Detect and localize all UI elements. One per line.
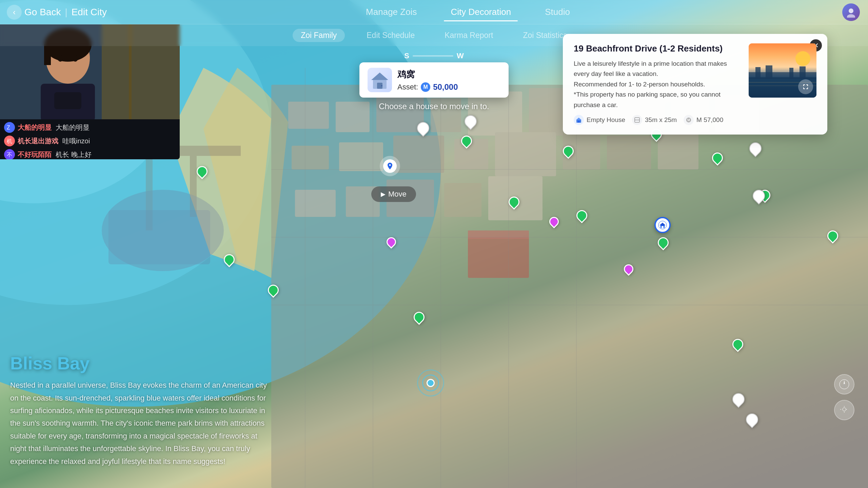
house-marker-icon xyxy=(658,221,667,229)
map-pin-11[interactable] xyxy=(414,312,425,323)
svg-marker-67 xyxy=(576,118,581,120)
white-pin-icon xyxy=(750,187,768,205)
svg-marker-90 xyxy=(844,384,845,388)
sub-tab-edit-schedule[interactable]: Edit Schedule xyxy=(358,29,423,42)
map-marker-icon xyxy=(386,162,394,170)
move-button[interactable]: ▶ Move xyxy=(371,186,416,202)
top-nav: ‹ Go Back | Edit City Manage Zois City D… xyxy=(0,0,868,24)
property-title: 19 Beachfront Drive (1-2 Residents) xyxy=(574,43,741,54)
svg-point-75 xyxy=(795,51,810,66)
go-back-button[interactable]: ‹ Go Back xyxy=(7,5,61,20)
nav-left: ‹ Go Back | Edit City xyxy=(0,5,108,20)
property-details: 19 Beachfront Drive (1-2 Residents) Live… xyxy=(574,43,741,125)
green-pin-icon xyxy=(506,194,521,209)
map-pin-pink-2[interactable] xyxy=(624,264,633,274)
stat-price-label: M 57,000 xyxy=(696,116,723,124)
map-pin-white-5[interactable] xyxy=(732,393,745,405)
map-pin-1[interactable] xyxy=(563,146,574,157)
svg-point-42 xyxy=(849,8,853,13)
tab-manage-zois[interactable]: Manage Zois xyxy=(359,4,423,20)
nav-right xyxy=(827,3,868,21)
white-pin-icon xyxy=(730,391,747,408)
sub-tab-zoi-family[interactable]: Zoi Family xyxy=(293,29,345,42)
compass-button[interactable] xyxy=(834,374,854,394)
map-pin-5[interactable] xyxy=(576,210,587,221)
green-pin-icon xyxy=(194,164,210,179)
map-pin-white-3[interactable] xyxy=(753,190,765,202)
map-pin-4[interactable] xyxy=(509,197,519,207)
location-center-dot xyxy=(427,379,435,387)
svg-rect-49 xyxy=(44,45,51,65)
chat-message-2: 机 机长退出游戏 哇哦inzoi xyxy=(4,136,176,146)
property-image xyxy=(749,43,816,98)
svg-rect-87 xyxy=(662,226,664,228)
svg-text:不: 不 xyxy=(7,152,12,158)
house-pin-selected[interactable] xyxy=(654,217,672,235)
location-icon xyxy=(839,405,850,415)
svg-rect-25 xyxy=(444,183,481,217)
green-pin-icon xyxy=(825,228,840,243)
svg-point-63 xyxy=(381,85,382,86)
user-avatar[interactable] xyxy=(842,3,860,21)
stat-empty-house: Empty House xyxy=(574,115,625,125)
green-pin-icon xyxy=(655,235,671,250)
svg-rect-27 xyxy=(468,237,529,278)
character-popup: S W 鸡窝 Asset: M 50,000 Choose a house to… xyxy=(359,52,509,111)
chat-message-3: 不 不好玩陌陌 机长 晚上好 xyxy=(4,149,176,159)
svg-rect-78 xyxy=(766,65,772,79)
tab-city-decoration[interactable]: City Decoration xyxy=(444,4,518,20)
map-controls xyxy=(834,374,854,420)
pin-outer-ring xyxy=(380,156,400,176)
tab-studio[interactable]: Studio xyxy=(538,4,577,20)
map-pin-8[interactable] xyxy=(197,166,208,177)
map-pin-white-6[interactable] xyxy=(746,413,758,426)
choose-text: Choose a house to move in to. xyxy=(379,102,489,111)
s-label: S xyxy=(404,52,409,60)
property-stats: Empty House 35m x 25m M M 57,000 xyxy=(574,115,741,125)
price-icon: M xyxy=(684,115,694,125)
chat-avatar-3: 不 xyxy=(4,149,15,159)
character-name: 鸡窝 xyxy=(397,68,500,80)
current-location-marker xyxy=(417,369,444,396)
svg-point-51 xyxy=(73,55,78,62)
green-pin-icon xyxy=(730,337,745,352)
map-pin-pink-1[interactable] xyxy=(549,217,559,226)
svg-text:M: M xyxy=(687,118,690,122)
expand-icon[interactable] xyxy=(798,79,813,94)
back-arrow-icon: ‹ xyxy=(7,5,22,20)
map-pin-6[interactable] xyxy=(658,237,669,248)
nav-divider: | xyxy=(65,7,67,18)
svg-rect-20 xyxy=(607,136,651,169)
svg-marker-89 xyxy=(844,380,845,384)
empty-house-icon xyxy=(574,115,584,125)
map-pin-12[interactable] xyxy=(732,339,743,350)
map-pin-white-4[interactable] xyxy=(465,115,477,127)
chat-text-3: 机长 晚上好 xyxy=(56,150,92,159)
map-pin-10[interactable] xyxy=(268,285,279,296)
location-button[interactable] xyxy=(834,400,854,420)
asset-amount: 50,000 xyxy=(433,82,458,92)
character-asset: Asset: M 50,000 xyxy=(397,82,500,92)
map-pin-white-1[interactable] xyxy=(417,122,429,134)
map-pin-pink-3[interactable] xyxy=(387,237,396,247)
svg-rect-68 xyxy=(578,121,580,123)
svg-point-43 xyxy=(847,14,855,18)
compass-icon xyxy=(839,379,850,390)
property-card: ✕ 19 Beachfront Drive (1-2 Residents) Li… xyxy=(563,34,827,135)
location-pin-selected xyxy=(380,156,400,176)
svg-rect-28 xyxy=(468,230,529,239)
svg-rect-53 xyxy=(54,92,81,109)
map-pin-9[interactable] xyxy=(224,254,235,265)
map-pin-13[interactable] xyxy=(461,136,472,146)
character-card[interactable]: 鸡窝 Asset: M 50,000 xyxy=(359,62,509,98)
map-pin-white-2[interactable] xyxy=(749,142,762,155)
svg-rect-15 xyxy=(339,142,383,171)
map-pin-3[interactable] xyxy=(712,152,723,163)
sub-tab-karma-report[interactable]: Karma Report xyxy=(436,29,501,42)
map-pin-14[interactable] xyxy=(827,230,838,241)
character-info: 鸡窝 Asset: M 50,000 xyxy=(397,68,500,92)
svg-text:Z: Z xyxy=(7,125,10,130)
chat-panel: Z 大船的明显 大船的明显 机 机长退出游戏 哇哦inzoi 不 不好玩陌陌 机… xyxy=(0,119,180,159)
green-pin-icon xyxy=(411,309,427,325)
green-pin-icon xyxy=(710,150,725,165)
